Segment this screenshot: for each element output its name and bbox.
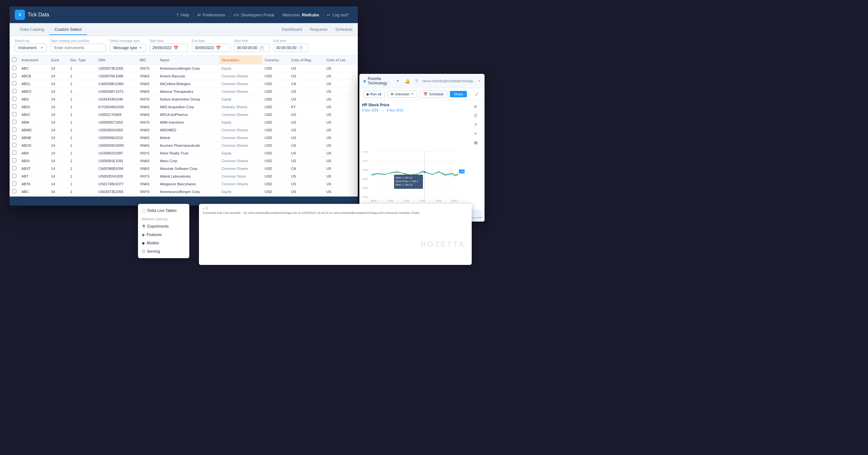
table-row: ABST141CA00386B1094XNASAbsolute Software… (10, 165, 358, 172)
expand-icon[interactable]: ⤢ (473, 90, 481, 98)
preferences-icon: ⇄ (197, 12, 201, 17)
row-checkbox[interactable] (12, 81, 17, 85)
command-text: Command took 2.69 seconds -- by rama.cha… (203, 211, 468, 215)
table-header-row: Instrument Exch. Sec. Type ISIN MIC Name… (10, 56, 358, 64)
row-checkbox[interactable] (12, 66, 17, 70)
models-item[interactable]: ◆ Models (138, 239, 189, 247)
svg-text:1750: 1750 (362, 196, 368, 198)
help-link[interactable]: ? Help (173, 10, 193, 19)
unknown-button[interactable]: Unknown ▼ (387, 90, 417, 97)
start-date-group: Start date: 29/09/2022 📅 (150, 39, 188, 52)
row-checkbox[interactable] (12, 97, 17, 101)
logout-link[interactable]: ↩ Log out? (323, 10, 353, 19)
developers-portal-link[interactable]: </> Developers Portal (229, 10, 279, 19)
row-checkbox[interactable] (12, 112, 17, 116)
crosshair-icon[interactable]: ⊕ (472, 103, 479, 110)
calendar-icon: 📅 (174, 46, 178, 50)
portfolio-input[interactable] (51, 44, 106, 52)
row-checkbox[interactable] (12, 181, 17, 186)
tab-custom-select[interactable]: Custom Select (50, 24, 87, 35)
row-checkbox[interactable] (12, 174, 17, 178)
delta-live-tables-item[interactable]: ⬚ Delta Live Tables (138, 206, 189, 215)
clock-icon-2: 🕐 (299, 46, 303, 50)
table-row: ABC141US03073E1055XNYSAmerisourceBergen … (10, 64, 358, 72)
run-all-button[interactable]: ▶ Run all (363, 90, 385, 98)
end-time-input[interactable]: 00:00:00:00 🕐 (273, 44, 309, 52)
search-by-select[interactable]: Instrument ▼ (15, 44, 47, 52)
row-checkbox[interactable] (12, 104, 17, 109)
row-checkbox[interactable] (12, 120, 17, 124)
svg-text:16:00: 16:00 (436, 200, 441, 202)
col-sec-type: Sec. Type (68, 56, 96, 64)
user-chevron-icon: ▼ (478, 80, 481, 83)
table-body: ABC141US03073E1055XNYSAmerisourceBergen … (10, 64, 358, 197)
start-time-label: Start time: (234, 39, 270, 43)
row-checkbox[interactable] (12, 150, 17, 155)
bell-icon[interactable]: 🔔 (404, 78, 411, 84)
row-checkbox[interactable] (12, 89, 17, 93)
filter-bar: Search by: Instrument ▼ Start creating y… (10, 36, 358, 56)
message-type-select[interactable]: Message type ▼ (110, 44, 146, 52)
bar-chart-icon[interactable]: ▦ (472, 139, 479, 146)
tab-schedule[interactable]: Schedule (335, 27, 353, 32)
menu-icon[interactable]: ☰ (472, 112, 479, 119)
serving-item[interactable]: ⬡ Serving (138, 247, 189, 256)
logo-icon: D (15, 10, 25, 20)
flask-icon: ⚗ (142, 224, 145, 229)
table-row: ABNB141US0090661010XNASAirbnbCommon Shar… (10, 134, 358, 142)
svg-text:1775: 1775 (362, 150, 368, 153)
col-instrument: Instrument (19, 56, 49, 64)
instruments-table: Instrument Exch. Sec. Type ISIN MIC Name… (10, 56, 358, 197)
main-browser-window: D Tick Data ? Help ⇄ Preferences </> Dev… (10, 6, 358, 205)
chevron-down-icon: ▼ (40, 46, 43, 50)
svg-text:SMA: 1 763.19: SMA: 1 763.19 (395, 183, 412, 186)
experiments-item[interactable]: ⚗ Experiments (138, 222, 189, 231)
end-time-group: End time: 00:00:00:00 🕐 (273, 39, 309, 52)
tab-bar: Data Catalog Custom Select Dashboard Req… (10, 23, 358, 36)
row-checkbox[interactable] (12, 127, 17, 132)
logout-icon: ↩ (327, 12, 331, 17)
table-row: ABSI141US00091E1091XNASAbsci CorpCommon … (10, 157, 358, 165)
settings-icon[interactable]: ✕ (472, 130, 479, 137)
logo-area: D Tick Data (15, 10, 49, 20)
rozetta-panel: ◈ Rozetta Technology ▼ 🔔 ? rama.chandra@… (360, 74, 485, 222)
cell-indicator: ● 1 (203, 206, 468, 210)
nav-welcome: Welcome, RieKubo (279, 10, 323, 19)
table-row: ABCB141US03076K1088XNASAmeris BancorpCom… (10, 72, 358, 80)
refresh-icon[interactable]: ↺ (472, 121, 479, 129)
table-row: ABT141US0028241000XNYSAbbott Laboratorie… (10, 172, 358, 180)
help-circle-icon[interactable]: ? (413, 78, 420, 84)
col-mic: MIC (137, 56, 158, 64)
row-checkbox[interactable] (12, 143, 17, 147)
start-date-input[interactable]: 29/09/2022 📅 (150, 44, 188, 52)
table-row: ABEO141US00288Y1073XNASAbeona Therapeuti… (10, 88, 358, 95)
row-checkbox[interactable] (12, 74, 17, 78)
unknown-chevron-icon: ▼ (411, 92, 414, 96)
features-item[interactable]: ◈ Features (138, 231, 189, 239)
col-name: Name (157, 56, 219, 64)
select-all-checkbox[interactable] (10, 56, 19, 64)
svg-text:08:00: 08:00 (371, 200, 377, 202)
chart-date-range: 6 Nov 2019 → 6 Nov 2019 (362, 109, 403, 112)
preferences-link[interactable]: ⇄ Preferences (193, 10, 229, 19)
start-time-input[interactable]: 00:00:00:00 🕐 (234, 44, 270, 52)
tab-requests[interactable]: Requests (310, 27, 328, 32)
row-checkbox[interactable] (12, 166, 17, 170)
row-checkbox[interactable] (12, 158, 17, 163)
row-checkbox[interactable] (12, 135, 17, 139)
col-isin: ISIN (96, 56, 137, 64)
features-icon: ◈ (142, 232, 145, 237)
share-button[interactable]: Share (450, 91, 467, 97)
schedule-button[interactable]: 📅 Schedule (420, 90, 447, 98)
help-icon: ? (177, 12, 179, 17)
rozetta-brand: ◈ Rozetta Technology ▼ (363, 77, 399, 85)
dot-icon (391, 93, 394, 95)
tab-dashboard[interactable]: Dashboard (282, 27, 302, 32)
col-country-list: Cntry of List. (324, 56, 358, 64)
row-checkbox[interactable] (12, 189, 17, 193)
table-row: ABG141US4343361046XNYSAsbury Automotive … (10, 95, 358, 103)
brand-chevron-icon: ▼ (397, 80, 399, 83)
tab-data-catalog[interactable]: Data Catalog (15, 24, 50, 35)
nav-links: ? Help ⇄ Preferences </> Developers Port… (173, 10, 353, 19)
end-date-input[interactable]: 30/09/2023 📅 (192, 44, 230, 52)
